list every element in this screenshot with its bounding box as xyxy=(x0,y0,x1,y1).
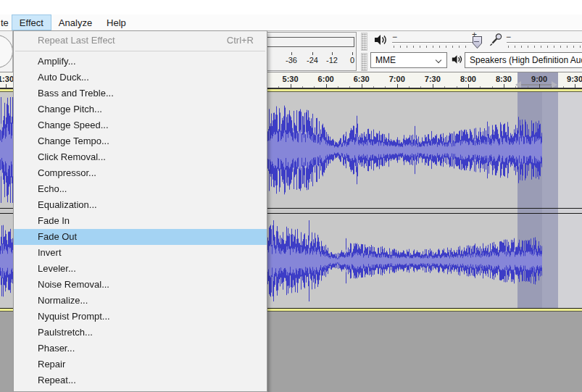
menu-item-normalize[interactable]: Normalize... xyxy=(14,293,267,309)
menu-item-invert[interactable]: Invert xyxy=(14,245,267,261)
menubar-item-help[interactable]: Help xyxy=(99,14,133,30)
menu-item-change-pitch[interactable]: Change Pitch... xyxy=(14,101,267,117)
output-volume-thumb-line xyxy=(474,41,479,42)
ruler-tick xyxy=(397,84,398,88)
menu-item-fade-in[interactable]: Fade In xyxy=(14,213,267,229)
speaker-icon xyxy=(374,34,387,46)
transport-button-partial[interactable] xyxy=(0,35,13,68)
menu-item-echo[interactable]: Echo... xyxy=(14,181,267,197)
transport-toolbar-partial xyxy=(0,31,13,72)
input-slider-min-label: − xyxy=(506,33,511,41)
menu-item-phaser[interactable]: Phaser... xyxy=(14,341,267,356)
input-volume-slider[interactable] xyxy=(507,42,582,43)
menu-item-change-speed[interactable]: Change Speed... xyxy=(14,117,267,133)
ruler-tick-minor xyxy=(385,86,386,88)
selection-span-line xyxy=(520,84,553,86)
ruler-tick-minor xyxy=(444,86,445,88)
ruler-tick-minor xyxy=(492,86,493,88)
menu-shortcut: Ctrl+R xyxy=(227,33,254,49)
menu-item-paulstretch[interactable]: Paulstretch... xyxy=(14,325,267,341)
ruler-label-8-30: 8:30 xyxy=(496,75,512,83)
menubar-item-generate-partial[interactable]: te xyxy=(0,14,12,30)
output-slider-ticks xyxy=(394,46,472,48)
menu-separator xyxy=(15,51,265,51)
menu-item-nyquist-prompt[interactable]: Nyquist Prompt... xyxy=(14,309,267,325)
ruler-tick xyxy=(6,84,7,88)
menu-item-click-removal[interactable]: Click Removal... xyxy=(14,149,267,165)
menu-item-amplify[interactable]: Amplify... xyxy=(14,54,267,70)
ruler-tick-minor xyxy=(480,86,481,88)
menu-item-repeat[interactable]: Repeat... xyxy=(14,372,267,388)
output-device-dropdown[interactable]: Speakers (High Definition Audio xyxy=(465,52,582,68)
output-volume-thumb-face xyxy=(473,37,481,48)
ruler-tick-minor xyxy=(420,86,421,88)
meter-scale-label: -12 xyxy=(326,56,338,64)
ruler-tick xyxy=(468,84,469,88)
ruler-tick-minor xyxy=(278,86,279,88)
audio-host-value: MME xyxy=(375,55,396,65)
ruler-label-7-30: 7:30 xyxy=(425,75,441,83)
ruler-label-6-30: 6:30 xyxy=(354,75,370,83)
menubar-item-analyze[interactable]: Analyze xyxy=(51,14,99,30)
title-strip xyxy=(0,0,582,14)
menu-item-noise-removal[interactable]: Noise Removal... xyxy=(14,277,267,293)
menu-item-repeat-last-effect[interactable]: Repeat Last EffectCtrl+R xyxy=(14,33,267,49)
ruler-tick-minor xyxy=(551,86,552,88)
ruler-tick xyxy=(575,84,575,88)
ruler-label-9-30: 9:30 xyxy=(567,75,582,83)
ruler-tick-minor xyxy=(563,86,564,88)
ruler-label-6-00: 6:00 xyxy=(318,75,334,83)
menu-item-equalization[interactable]: Equalization... xyxy=(14,197,267,213)
menubar: teEffectAnalyzeHelp xyxy=(0,14,582,30)
meter-scale-tick xyxy=(291,52,292,55)
ruler-tick xyxy=(291,84,291,88)
microphone-icon xyxy=(489,33,503,47)
meter-bar-edge xyxy=(354,37,354,47)
ruler-tick-minor xyxy=(349,86,350,88)
effect-menu-popup: Repeat Last EffectCtrl+RAmplify...Auto D… xyxy=(13,30,267,392)
ruler-tick xyxy=(539,84,540,88)
output-volume-slider[interactable] xyxy=(392,42,473,43)
ruler-label-8-00: 8:00 xyxy=(460,75,476,83)
output-device-value: Speakers (High Definition Audio xyxy=(470,55,582,65)
menubar-item-effect[interactable]: Effect xyxy=(12,14,51,30)
menu-item-bass-and-treble[interactable]: Bass and Treble... xyxy=(14,86,267,101)
ruler-label-7-00: 7:00 xyxy=(389,75,405,83)
menu-item-leveler[interactable]: Leveler... xyxy=(14,261,267,277)
ruler-tick-minor xyxy=(515,86,516,88)
meter-scale-tick xyxy=(312,52,313,55)
menu-item-fade-out[interactable]: Fade Out xyxy=(14,229,267,245)
device-toolbar-grip[interactable] xyxy=(361,53,367,71)
ruler-tick-minor xyxy=(457,86,457,88)
ruler-tick xyxy=(362,84,362,88)
ruler-tick-minor xyxy=(373,86,374,88)
menu-item-auto-duck[interactable]: Auto Duck... xyxy=(14,70,267,86)
mixer-toolbar-grip[interactable] xyxy=(361,33,367,51)
ruler-tick-minor xyxy=(314,86,315,88)
input-slider-ticks xyxy=(508,46,582,48)
meter-scale-label: 0 xyxy=(350,56,354,64)
output-slider-min-label: − xyxy=(392,33,397,41)
output-device-speaker-icon xyxy=(452,54,462,64)
chevron-down-icon xyxy=(436,57,441,63)
meter-scale-label: -36 xyxy=(286,56,297,64)
menu-item-repair[interactable]: Repair xyxy=(14,356,267,372)
ruler-tick-minor xyxy=(409,86,410,88)
audio-host-dropdown[interactable]: MME xyxy=(370,52,447,68)
selection-right-arrow-icon[interactable] xyxy=(552,81,557,88)
ruler-tick-minor xyxy=(302,86,303,88)
meter-scale-label: -24 xyxy=(307,56,318,64)
meter-scale-tick xyxy=(332,52,333,55)
ruler-label-5-30: 5:30 xyxy=(283,75,299,83)
ruler-tick xyxy=(326,84,327,88)
meter-scale-tick xyxy=(352,52,353,55)
menu-item-change-tempo[interactable]: Change Tempo... xyxy=(14,133,267,149)
output-volume-thumb[interactable] xyxy=(473,36,482,49)
ruler-label-9-00: 9:00 xyxy=(531,75,547,83)
menu-item-compressor[interactable]: Compressor... xyxy=(14,165,267,181)
ruler-tick xyxy=(433,84,433,88)
ruler-tick-minor xyxy=(528,86,528,88)
ruler-tick xyxy=(504,84,504,88)
ruler-tick-minor xyxy=(338,86,338,88)
ruler-label-1-30: 1:30 xyxy=(0,75,14,83)
